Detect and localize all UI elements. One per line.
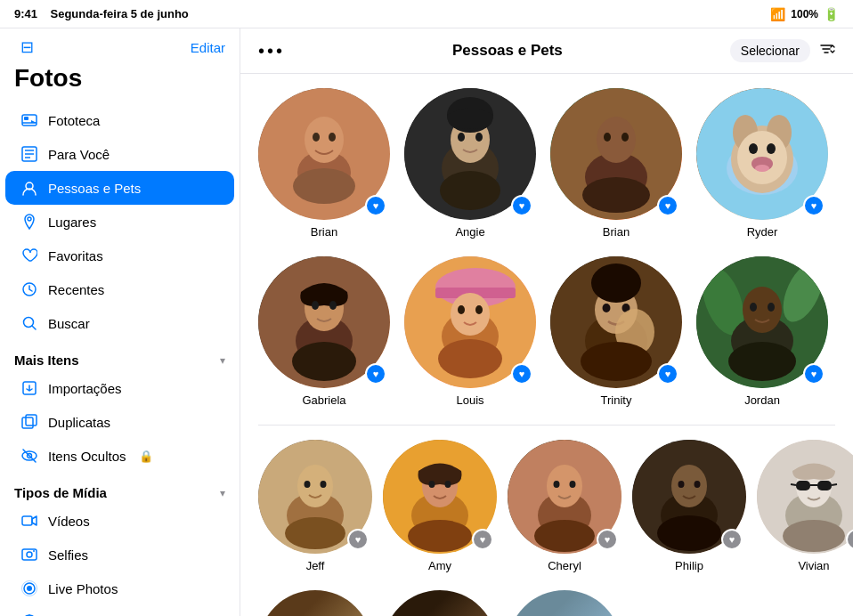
svg-rect-19 <box>22 516 32 525</box>
sidebar-label-selfies: Selfies <box>48 547 88 563</box>
retrato-icon <box>20 612 39 616</box>
person-card-ryder[interactable]: ♥ Ryder <box>696 88 828 239</box>
recentes-icon <box>20 280 39 299</box>
app-container: ⊟ Editar Fotos Fototeca <box>0 28 853 616</box>
svg-point-92 <box>728 342 796 381</box>
sidebar-item-live-photos[interactable]: Live Photos <box>5 571 234 605</box>
person-card-jeff[interactable]: ♥ Jeff <box>258 440 372 572</box>
svg-point-108 <box>554 481 560 488</box>
favorite-badge-gabriela: ♥ <box>365 363 386 385</box>
svg-point-116 <box>657 515 721 551</box>
person-card-partial-1[interactable] <box>258 590 372 616</box>
person-name-cheryl: Cheryl <box>548 559 581 572</box>
svg-point-72 <box>451 293 490 336</box>
person-avatar-container-amy: ♥ <box>383 440 497 554</box>
person-card-partial-2[interactable] <box>383 590 497 616</box>
person-avatar-container-jeff: ♥ <box>258 440 372 554</box>
favorite-badge-trinity: ♥ <box>657 363 678 385</box>
person-avatar-partial-1 <box>258 590 372 616</box>
sidebar-label-fototeca: Fototeca <box>48 113 100 128</box>
sidebar-item-itens-ocultos[interactable]: Itens Ocultos 🔒 <box>5 439 234 473</box>
duplicatas-icon <box>20 412 39 432</box>
person-card-jordan[interactable]: ♥ Jordan <box>696 256 828 407</box>
people-grid: ♥ Brian <box>240 74 853 616</box>
sidebar-item-lugares[interactable]: Lugares <box>5 205 234 239</box>
sidebar-label-lugares: Lugares <box>48 215 96 230</box>
more-options-button[interactable]: ••• <box>258 41 285 61</box>
person-card-partial-3[interactable] <box>508 590 621 616</box>
person-card-cheryl[interactable]: ♥ Cheryl <box>508 440 621 572</box>
person-card-vivian[interactable]: ♥ Vivian <box>757 440 853 572</box>
person-avatar-container-partial-1 <box>258 590 372 616</box>
person-card-brian1[interactable]: ♥ Brian <box>258 88 390 239</box>
svg-point-61 <box>755 165 769 172</box>
edit-button[interactable]: Editar <box>191 40 225 55</box>
favorite-badge-brian1: ♥ <box>365 195 386 216</box>
person-card-brian2[interactable]: ♥ Brian <box>550 88 682 239</box>
person-name-vivian: Vivian <box>798 559 829 572</box>
sidebar-item-favoritas[interactable]: Favoritas <box>5 239 234 272</box>
itens-ocultos-icon <box>20 446 39 466</box>
battery-label: 100% <box>791 8 818 20</box>
person-card-amy[interactable]: ♥ Amy <box>383 440 497 572</box>
svg-point-23 <box>27 586 32 591</box>
sidebar-label-live-photos: Live Photos <box>48 581 118 596</box>
lugares-icon <box>20 212 39 231</box>
sidebar-mais-itens-section: Mais Itens ▾ Importações <box>0 342 240 474</box>
person-name-trinity: Trinity <box>601 393 632 407</box>
select-button[interactable]: Selecionar <box>730 39 810 62</box>
sidebar-item-retrato[interactable]: Retrato <box>5 605 234 616</box>
person-name-jeff: Jeff <box>306 559 325 572</box>
sidebar-label-importacoes: Importações <box>48 381 122 396</box>
sidebar-item-recentes[interactable]: Recentes <box>5 272 234 306</box>
svg-point-35 <box>313 133 320 142</box>
person-avatar-container-partial-2 <box>383 590 497 616</box>
people-row-1: ♥ Brian <box>258 88 835 239</box>
svg-point-80 <box>603 304 611 312</box>
svg-point-74 <box>475 305 483 314</box>
favorite-badge-ryder: ♥ <box>803 195 825 216</box>
person-card-angie[interactable]: ♥ Angie <box>404 88 536 239</box>
person-avatar-container-brian1: ♥ <box>258 88 390 220</box>
svg-point-83 <box>581 342 652 381</box>
svg-point-34 <box>305 117 344 163</box>
sidebar-item-fototeca[interactable]: Fototeca <box>5 103 234 137</box>
sort-button[interactable] <box>817 40 835 61</box>
sidebar-item-buscar[interactable]: Buscar <box>5 306 234 340</box>
svg-rect-14 <box>22 417 33 428</box>
svg-line-124 <box>832 484 837 485</box>
person-card-gabriela[interactable]: ♥ Gabriela <box>258 256 390 407</box>
sidebar-item-para-voce[interactable]: Para Você <box>5 137 234 171</box>
sidebar-label-recentes: Recentes <box>48 282 104 297</box>
mais-itens-title: Mais Itens <box>14 353 79 368</box>
svg-point-44 <box>440 171 500 210</box>
favorite-badge-cheryl: ♥ <box>597 529 618 550</box>
svg-point-75 <box>438 339 502 378</box>
svg-point-59 <box>767 143 776 154</box>
status-bar: 9:41 Segunda-feira 5 de junho 📶 100% 🔋 <box>0 0 853 28</box>
sidebar-item-selfies[interactable]: Selfies <box>5 538 234 571</box>
main-header: ••• Pessoas e Pets Selecionar <box>240 28 853 74</box>
sidebar-label-duplicatas: Duplicatas <box>48 415 110 430</box>
person-card-philip[interactable]: ♥ Philip <box>632 440 746 572</box>
sidebar-item-duplicatas[interactable]: Duplicatas <box>5 405 234 439</box>
person-name-brian2: Brian <box>603 225 630 239</box>
svg-point-110 <box>534 520 595 552</box>
svg-point-67 <box>292 342 356 381</box>
svg-point-51 <box>582 177 650 213</box>
status-date: Segunda-feira 5 de junho <box>50 7 188 20</box>
svg-point-91 <box>768 303 775 312</box>
sidebar-item-importacoes[interactable]: Importações <box>5 371 234 405</box>
svg-line-123 <box>791 484 796 485</box>
sidebar-item-pessoas-pets[interactable]: Pessoas e Pets <box>5 171 234 205</box>
sidebar-toggle-button[interactable]: ⊟ <box>14 37 39 57</box>
svg-point-89 <box>743 287 782 333</box>
svg-point-43 <box>475 133 483 142</box>
buscar-icon <box>20 313 39 333</box>
sidebar-label-para-voce: Para Você <box>48 147 110 162</box>
svg-point-97 <box>321 481 327 488</box>
sidebar-item-videos[interactable]: Vídeos <box>5 504 234 538</box>
sidebar-label-videos: Vídeos <box>48 514 90 529</box>
person-card-louis[interactable]: ♥ Louis <box>404 256 536 407</box>
person-card-trinity[interactable]: ♥ Trinity <box>550 256 682 407</box>
